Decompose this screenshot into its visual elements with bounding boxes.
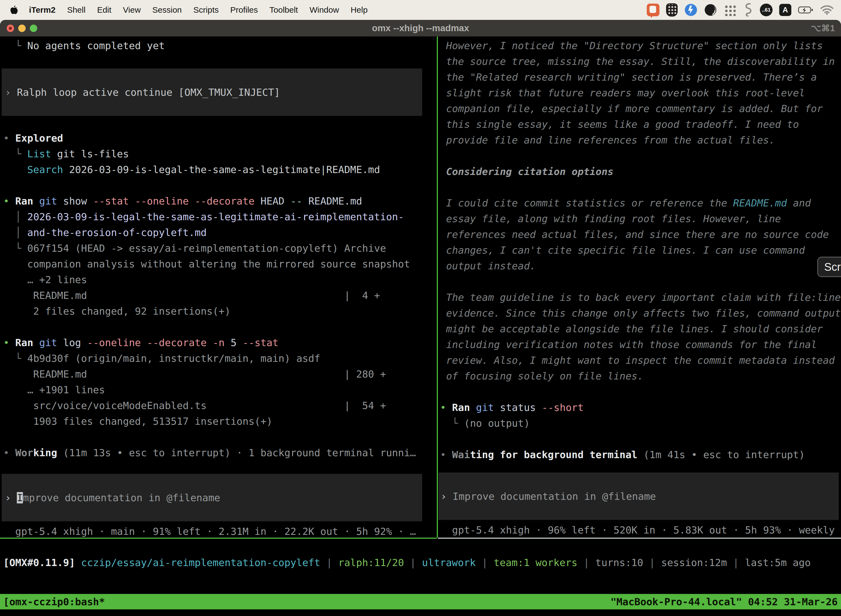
terminal-line: companion analysis without altering the … [0, 256, 437, 272]
dots-grid-icon[interactable] [724, 4, 736, 16]
tmux-host-clock: "MacBook-Pro-44.local" 04:52 31-Mar-26 [610, 596, 838, 607]
window-title-bar[interactable]: omx --xhigh --madmax ⌥⌘1 [0, 20, 841, 37]
omx-status-line: [OMX#0.11.9] cczip/essay/ai-reimplementa… [0, 555, 841, 571]
input-placeholder: mprove documentation in @filename [23, 492, 220, 503]
thinking-text-line: changes, I can't cite specific file line… [438, 242, 841, 258]
tmux-status-bar: [omx-cczip0:bash* "MacBook-Pro-44.local"… [0, 594, 841, 609]
terminal-line: │ and-the-erosion-of-copyleft.md [0, 224, 437, 241]
keyboard-layout-icon[interactable]: A [779, 4, 791, 16]
thinking-text-line: this single essay, it seems like a good … [438, 116, 841, 132]
ralph-loop-banner: › Ralph loop active continue [OMX_TMUX_I… [1, 69, 422, 116]
wifi-icon[interactable] [820, 5, 834, 15]
model-status-line-right: gpt-5.4 xhigh · 96% left · 520K in · 5.8… [438, 522, 841, 538]
command-input-right-text: › Improve documentation in @filename [438, 488, 839, 504]
thinking-text-line: The team guideline is to back every impo… [438, 289, 841, 305]
explored-header-line: • Explored [0, 130, 437, 146]
window-title: omx --xhigh --madmax [0, 23, 841, 34]
inactive-pane-border [438, 538, 841, 539]
minimize-button[interactable] [18, 25, 26, 32]
macos-menu-bar: iTerm2 Shell Edit View Session Scripts P… [0, 0, 841, 20]
menu-view[interactable]: View [117, 0, 147, 20]
chat-app-icon[interactable] [647, 4, 659, 16]
pane-divider[interactable] [437, 37, 438, 538]
menu-edit[interactable]: Edit [91, 0, 117, 20]
ran-git-show-line: • Ran git show --stat --oneline --decora… [0, 193, 437, 209]
ralph-loop-banner-text: › Ralph loop active continue [OMX_TMUX_I… [1, 84, 422, 100]
traffic-lights [7, 20, 37, 37]
menu-help[interactable]: Help [345, 0, 374, 20]
thinking-text-line: the source tree, missing the essay. Stil… [438, 54, 841, 69]
thinking-text-line: output instead. [438, 258, 841, 274]
window-shortcut-badge: ⌥⌘1 [811, 20, 835, 37]
screen-share-overlay-label: Scre [824, 261, 841, 273]
terminal-line: … +2 lines [0, 272, 437, 287]
s-hook-icon[interactable] [742, 3, 753, 17]
zoom-button[interactable] [30, 25, 37, 32]
working-status-line: • Working (11m 13s • esc to interrupt) ·… [0, 445, 437, 461]
blue-bolt-badge-icon[interactable] [684, 3, 697, 16]
terminal-line: src/voice/voiceModeEnabled.ts | 54 + [0, 398, 437, 414]
menu-scripts[interactable]: Scripts [188, 0, 224, 20]
thinking-text-line: might be acceptable alongside the file l… [438, 321, 841, 337]
active-pane-border [0, 538, 437, 539]
thinking-text-line: companion file, especially if more comme… [438, 101, 841, 116]
agents-status-line: └ No agents completed yet [0, 38, 437, 54]
modified-dot [9, 27, 12, 30]
terminal-line: … +1901 lines [0, 382, 437, 398]
thinking-text-line: slight risk that future readers may over… [438, 85, 841, 101]
thinking-text-line: references need actual files, and since … [438, 227, 841, 242]
menu-bar-status-icons: ..61 A [647, 3, 841, 17]
menu-toolbelt[interactable]: Toolbelt [264, 0, 304, 20]
tmux-session-window: [omx-cczip0:bash* [3, 596, 105, 607]
thinking-text-line: provide file and line references from th… [438, 132, 841, 148]
menu-profiles[interactable]: Profiles [224, 0, 264, 20]
battery-icon[interactable] [798, 6, 813, 14]
terminal-line: └ (no output) [438, 415, 841, 431]
terminal-line: Search 2026-03-09-is-legal-the-same-as-l… [0, 162, 437, 177]
thinking-text-line: However, I noticed the "Directory Struct… [438, 38, 841, 54]
terminal-line: README.md | 4 + [0, 287, 437, 303]
thinking-text-line: review. Also, I might want to inspect th… [438, 352, 841, 368]
waiting-status-line: • Waiting for background terminal (1m 41… [438, 447, 841, 462]
apple-menu-icon[interactable] [10, 4, 19, 15]
terminal-line: 1903 files changed, 513517 insertions(+) [0, 414, 437, 429]
ran-git-log-line: • Ran git log --oneline --decorate -n 5 … [0, 335, 437, 351]
counter-badge-icon[interactable]: ..61 [760, 4, 772, 16]
menu-items: iTerm2 Shell Edit View Session Scripts P… [0, 0, 373, 20]
terminal-content: └ No agents completed yet › Ralph loop a… [0, 37, 841, 616]
chat-bubble-shape [649, 6, 656, 13]
thinking-text-line: I could cite commit statistics or refere… [438, 195, 841, 211]
thinking-heading-line: Considering citation options [438, 164, 841, 179]
command-input-left[interactable]: › Improve documentation in @filename [1, 474, 422, 521]
menu-window[interactable]: Window [304, 0, 345, 20]
command-input-right[interactable]: › Improve documentation in @filename [438, 472, 839, 520]
shield-grid-icon[interactable] [666, 3, 678, 16]
terminal-line: README.md | 280 + [0, 366, 437, 382]
pie-clock-icon[interactable] [704, 4, 717, 16]
thinking-text-line: including verification notes with those … [438, 337, 841, 352]
thinking-text-line: the "Related research writing" section i… [438, 69, 841, 85]
prompt-chevron: › [5, 492, 17, 503]
terminal-line: └ 067f154 (HEAD -> essay/ai-reimplementa… [0, 241, 437, 256]
close-button[interactable] [7, 25, 14, 32]
screen-share-overlay-button[interactable]: Scre [817, 257, 841, 277]
menu-iterm2[interactable]: iTerm2 [23, 0, 61, 20]
terminal-line: 2 files changed, 92 insertions(+) [0, 303, 437, 319]
tmux-pane-left: └ No agents completed yet › Ralph loop a… [0, 37, 437, 539]
model-status-line-left: gpt-5.4 xhigh · main · 91% left · 2.31M … [0, 524, 437, 539]
thinking-text-line: evidence. Since this change only affects… [438, 305, 841, 321]
tmux-pane-right: However, I noticed the "Directory Struct… [438, 37, 841, 538]
thinking-text-line: essay file, along with finding root file… [438, 211, 841, 227]
menu-session[interactable]: Session [147, 0, 188, 20]
text-cursor: I [17, 492, 23, 503]
thinking-text-line: of focusing solely on file lines. [438, 368, 841, 384]
command-input-left-text: › Improve documentation in @filename [1, 490, 422, 506]
chat-bubble-tail [649, 15, 653, 18]
terminal-line: │ 2026-03-09-is-legal-the-same-as-legiti… [0, 209, 437, 224]
terminal-line: └ 4b9d30f (origin/main, instructkr/main,… [0, 351, 437, 366]
ran-git-status-line: • Ran git status --short [438, 400, 841, 415]
iterm2-window: omx --xhigh --madmax ⌥⌘1 └ No agents com… [0, 20, 841, 616]
menu-shell[interactable]: Shell [61, 0, 91, 20]
terminal-line: └ List git ls-files [0, 146, 437, 162]
